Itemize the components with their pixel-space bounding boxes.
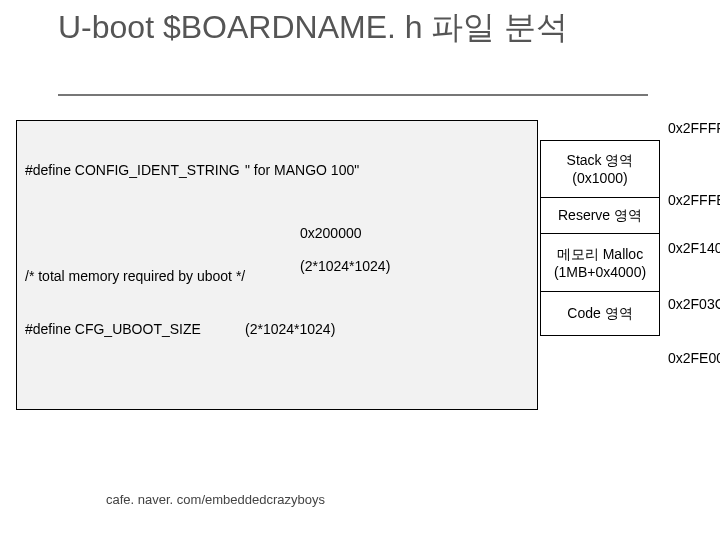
addr-reserve-end: 0x2F140000 — [668, 240, 720, 256]
mem-reserve-label: Reserve 영역 — [543, 207, 657, 225]
mem-code-label: Code 영역 — [543, 305, 657, 323]
slide: U-boot $BOARDNAME. h 파일 분석 #define CONFI… — [0, 0, 720, 540]
code-line: #define CFG_UBOOT_SIZE — [25, 321, 201, 337]
annotation-size-hex: 0x200000 — [300, 225, 362, 241]
mem-reserve: Reserve 영역 — [540, 198, 660, 234]
mem-code: Code 영역 — [540, 292, 660, 336]
addr-code-end: 0x2FE00000 — [668, 350, 720, 366]
mem-stack-size: (0x1000) — [543, 170, 657, 186]
code-box: #define CONFIG_IDENT_STRING" for MANGO 1… — [16, 120, 538, 410]
footer-url: cafe. naver. com/embeddedcrazyboys — [106, 492, 325, 507]
annotation-size-expr: (2*1024*1024) — [300, 258, 390, 274]
mem-malloc-label: 메모리 Malloc — [543, 246, 657, 264]
code-value: (2*1024*1024) — [245, 321, 335, 339]
code-value: " for MANGO 100" — [245, 162, 359, 180]
slide-title: U-boot $BOARDNAME. h 파일 분석 — [58, 8, 678, 46]
code-line: /* total memory required by uboot */ — [25, 268, 245, 284]
memory-map: Stack 영역 (0x1000) Reserve 영역 메모리 Malloc … — [540, 140, 660, 336]
mem-malloc: 메모리 Malloc (1MB+0x4000) — [540, 234, 660, 292]
addr-malloc-end: 0x2F03C000 — [668, 296, 720, 312]
title-underline — [58, 94, 648, 96]
addr-stack-end: 0x2FFFEFFF — [668, 192, 720, 208]
mem-stack: Stack 영역 (0x1000) — [540, 140, 660, 198]
addr-top: 0x2FFFFFFF — [668, 120, 720, 136]
code-line: #define CONFIG_IDENT_STRING — [25, 162, 240, 178]
mem-malloc-size: (1MB+0x4000) — [543, 264, 657, 280]
mem-stack-label: Stack 영역 — [543, 152, 657, 170]
